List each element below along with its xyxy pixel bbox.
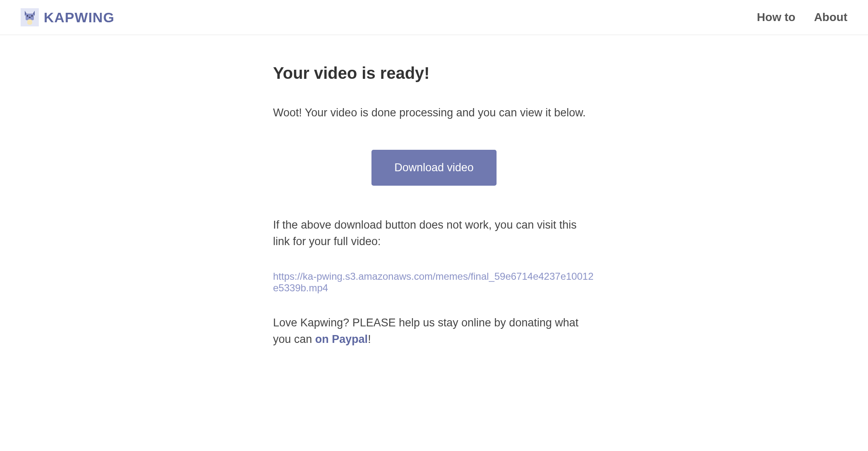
- download-button[interactable]: Download video: [371, 150, 496, 186]
- fallback-text: If the above download button does not wo…: [273, 217, 595, 250]
- nav-about[interactable]: About: [814, 11, 847, 24]
- download-wrapper: Download video: [273, 150, 595, 186]
- logo[interactable]: KAPWING: [21, 8, 114, 26]
- svg-rect-1: [27, 15, 28, 17]
- donate-suffix: !: [368, 333, 371, 345]
- paypal-link[interactable]: on Paypal: [315, 333, 368, 345]
- cat-icon: [23, 10, 36, 25]
- main-content: Your video is ready! Woot! Your video is…: [265, 35, 603, 364]
- header: KAPWING How to About: [0, 0, 868, 35]
- nav-howto[interactable]: How to: [757, 11, 795, 24]
- brand-name: KAPWING: [44, 9, 114, 26]
- donate-text: Love Kapwing? PLEASE help us stay online…: [273, 314, 595, 348]
- page-title: Your video is ready!: [273, 64, 595, 83]
- video-url-link[interactable]: https://ka-pwing.s3.amazonaws.com/memes/…: [273, 271, 595, 294]
- svg-rect-3: [29, 17, 31, 18]
- svg-rect-4: [27, 19, 32, 25]
- kapwing-logo-icon: [21, 8, 39, 26]
- subtitle-text: Woot! Your video is done processing and …: [273, 105, 595, 121]
- svg-rect-2: [31, 15, 33, 17]
- main-nav: How to About: [757, 11, 847, 24]
